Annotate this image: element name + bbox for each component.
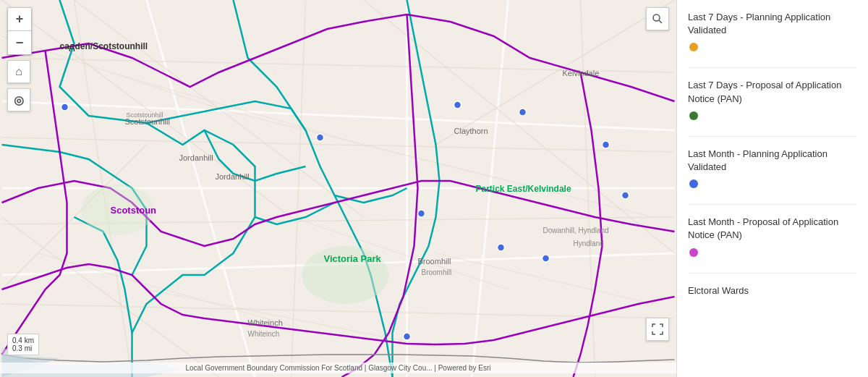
legend-divider-4	[688, 273, 857, 274]
svg-text:Hyndland: Hyndland	[574, 240, 604, 247]
legend-dot-last7-pan	[689, 111, 698, 120]
legend-panel: Last 7 Days - Planning Application Valid…	[676, 0, 868, 377]
map-controls: + − ⌂ ◎	[7, 7, 32, 111]
legend-item-last7-pan: Last 7 Days - Proposal of Application No…	[688, 79, 857, 122]
legend-divider-2	[688, 136, 857, 137]
zoom-in-button[interactable]: +	[8, 8, 31, 31]
legend-divider-1	[688, 67, 857, 68]
scale-mi: 0.3 mi	[12, 344, 34, 352]
svg-text:Dowanhill, Hyndland: Dowanhill, Hyndland	[543, 226, 609, 234]
svg-point-56	[653, 14, 660, 21]
legend-dot-last7-validated	[689, 43, 698, 51]
legend-title-last7-validated: Last 7 Days - Planning Application Valid…	[688, 11, 857, 37]
svg-line-57	[659, 20, 662, 23]
legend-divider-3	[688, 204, 857, 205]
svg-point-50	[519, 109, 527, 116]
svg-point-54	[404, 333, 411, 340]
map-attribution: Local Government Boundary Commission For…	[0, 363, 676, 373]
legend-title-last7-pan: Last 7 Days - Proposal of Application No…	[688, 79, 857, 105]
legend-dot-lastmonth-pan	[689, 248, 698, 257]
svg-point-47	[317, 134, 324, 141]
svg-text:Victoria Park: Victoria Park	[324, 253, 382, 264]
svg-text:Jordanhill: Jordanhill	[216, 172, 250, 181]
zoom-out-button[interactable]: −	[8, 31, 31, 54]
svg-text:Whiteinch: Whiteinch	[248, 330, 280, 338]
svg-text:Scotstoun: Scotstoun	[111, 205, 157, 216]
svg-text:cадden/Scotstounhill: cадden/Scotstounhill	[60, 41, 148, 51]
scale-km: 0.4 km	[12, 336, 34, 344]
legend-dot-lastmonth-validated	[689, 179, 698, 188]
svg-point-52	[498, 244, 505, 251]
home-button[interactable]: ⌂	[7, 60, 30, 83]
legend-title-electoral-wards: Elctoral Wards	[688, 284, 857, 297]
map-container[interactable]: Scotstoun Jordanhill Jordanhill Scotstou…	[0, 0, 676, 377]
legend-item-lastmonth-pan: Last Month - Proposal of Application Not…	[688, 216, 857, 259]
location-button[interactable]: ◎	[7, 88, 30, 111]
fullscreen-button[interactable]	[646, 318, 669, 341]
svg-point-53	[542, 255, 550, 262]
svg-text:Whiteinch: Whiteinch	[248, 318, 283, 327]
legend-item-lastmonth-validated: Last Month - Planning Application Valida…	[688, 148, 857, 191]
svg-point-46	[61, 103, 69, 111]
map-svg: Scotstoun Jordanhill Jordanhill Scotstou…	[0, 0, 676, 377]
legend-title-lastmonth-validated: Last Month - Planning Application Valida…	[688, 148, 857, 174]
search-button[interactable]	[646, 7, 669, 30]
svg-point-55	[622, 192, 629, 199]
svg-text:Scotstounhill: Scotstounhill	[127, 111, 163, 119]
legend-title-lastmonth-pan: Last Month - Proposal of Application Not…	[688, 216, 857, 242]
svg-point-48	[454, 101, 461, 109]
svg-point-49	[418, 210, 425, 217]
scale-bar: 0.4 km 0.3 mi	[7, 334, 39, 355]
legend-item-last7-validated: Last 7 Days - Planning Application Valid…	[688, 11, 857, 54]
svg-text:Broomhill: Broomhill	[422, 268, 452, 276]
svg-text:Kelvindale: Kelvindale	[563, 69, 600, 77]
svg-text:Jordanhill: Jordanhill	[179, 153, 213, 162]
legend-item-electoral-wards: Elctoral Wards	[688, 284, 857, 297]
svg-text:Partick East/Kelvindale: Partick East/Kelvindale	[476, 184, 571, 194]
svg-text:Broomhill: Broomhill	[418, 257, 451, 266]
svg-text:Claythorn: Claythorn	[454, 127, 488, 135]
svg-point-51	[603, 141, 610, 148]
